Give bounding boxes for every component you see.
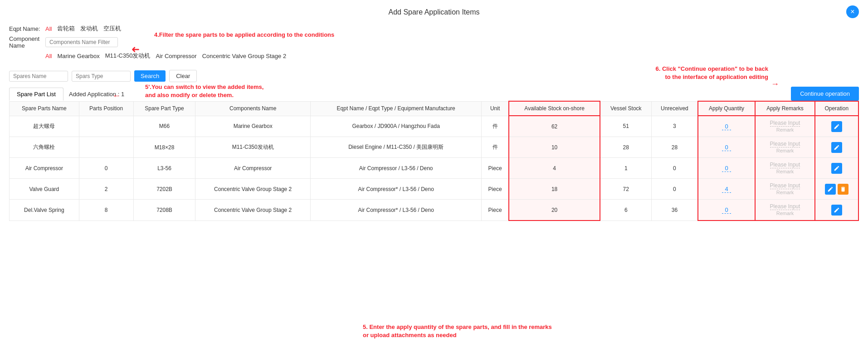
comp-tab-m11[interactable]: M11-C350发动机 <box>105 52 151 60</box>
please-input-text[interactable]: Please Input <box>770 141 800 147</box>
remark-label: Remark <box>776 169 794 174</box>
remark-label: Remark <box>776 148 794 153</box>
cell-unreceived: 36 <box>652 200 698 221</box>
table-row: 六角螺栓M18×28M11-C350发动机Diesel Engine / M11… <box>10 137 859 158</box>
remark-label: Remark <box>776 127 794 132</box>
table-body: 超大螺母M66Marine GearboxGearbox / JD900A / … <box>10 116 859 221</box>
col-eqpt-info: Eqpt Name / Eqpt Type / Equipment Manufa… <box>310 101 481 116</box>
col-spare-part-type: Spare Part Type <box>133 101 195 116</box>
please-input-text[interactable]: Please Input <box>770 182 800 189</box>
cell-unit: Piece <box>482 200 509 221</box>
eqpt-tab-all[interactable]: All <box>45 25 52 32</box>
clear-button[interactable]: Clear <box>169 70 197 82</box>
cell-unit: 件 <box>482 116 509 137</box>
close-button[interactable]: × <box>846 5 859 18</box>
cell-spare-part-type: M18×28 <box>133 137 195 158</box>
col-apply-remarks: Apply Remarks <box>755 101 814 116</box>
cell-unreceived: 28 <box>652 137 698 158</box>
cell-spare-parts-name: 超大螺母 <box>10 116 79 137</box>
main-table-container: Spare Parts Name Parts Position Spare Pa… <box>0 101 868 221</box>
continue-operation-button[interactable]: Continue operation <box>791 87 859 101</box>
please-input-text[interactable]: Please Input <box>770 120 800 127</box>
table-row: Air Compressor0L3-56Air CompressorAir Co… <box>10 158 859 179</box>
cell-apply-remarks[interactable]: Please InputRemark <box>755 137 814 158</box>
col-unreceived: Unreceived <box>652 101 698 116</box>
filter-arrow: ➜ <box>132 44 140 55</box>
cell-parts-position <box>79 116 133 137</box>
spare-parts-table: Spare Parts Name Parts Position Spare Pa… <box>9 101 859 221</box>
cell-components-name: Air Compressor <box>195 158 311 179</box>
cell-available-stock: 4 <box>509 158 600 179</box>
cell-available-stock: 18 <box>509 179 600 200</box>
eqpt-tab-compressor[interactable]: 空压机 <box>103 25 121 33</box>
cell-apply-qty[interactable]: 0 <box>698 137 756 158</box>
spars-type-input[interactable] <box>72 71 131 82</box>
cell-spare-parts-name: 六角螺栓 <box>10 137 79 158</box>
cell-operation <box>815 179 858 200</box>
cell-eqpt-info: Air Compressor / L3-56 / Deno <box>310 158 481 179</box>
component-name-input[interactable] <box>45 37 118 47</box>
cell-apply-qty[interactable]: 0 <box>698 200 756 221</box>
col-unit: Unit <box>482 101 509 116</box>
quantity-annotation: 5. Enter the apply quantity of the spare… <box>363 323 552 339</box>
spares-name-input[interactable] <box>9 71 68 82</box>
please-input-text[interactable]: Please Input <box>770 203 800 210</box>
search-button[interactable]: Search <box>134 70 166 82</box>
comp-tab-air[interactable]: Air Compressor <box>156 53 196 59</box>
comp-tab-all[interactable]: All <box>45 53 52 59</box>
eqpt-filter-row: Eqpt Name: All 齿轮箱 发动机 空压机 <box>9 25 859 33</box>
cell-spare-part-type: 7202B <box>133 179 195 200</box>
eqpt-tab-gear[interactable]: 齿轮箱 <box>57 25 75 33</box>
cell-vessel-stock: 1 <box>600 158 651 179</box>
cell-vessel-stock: 6 <box>600 200 651 221</box>
edit-button[interactable] <box>831 142 842 153</box>
filter-annotation: 4.Filter the spare parts to be applied a… <box>154 31 334 39</box>
col-components-name: Components Name <box>195 101 311 116</box>
cell-eqpt-info: Diesel Engine / M11-C350 / 美国康明斯 <box>310 137 481 158</box>
header-row: Spare Parts Name Parts Position Spare Pa… <box>10 101 859 116</box>
edit-button[interactable] <box>831 121 842 132</box>
col-apply-qty: Apply Quantity <box>698 101 756 116</box>
cell-apply-remarks[interactable]: Please InputRemark <box>755 200 814 221</box>
cell-apply-remarks[interactable]: Please InputRemark <box>755 158 814 179</box>
table-row: Valve Guard27202BConcentric Valve Group … <box>10 179 859 200</box>
cell-vessel-stock: 72 <box>600 179 651 200</box>
cell-eqpt-info: Gearbox / JD900A / Hangzhou Fada <box>310 116 481 137</box>
switch-arrow: ← <box>112 91 121 101</box>
cell-available-stock: 10 <box>509 137 600 158</box>
cell-apply-qty[interactable]: 0 <box>698 158 756 179</box>
comp-tab-concentric[interactable]: Concentric Valve Group Stage 2 <box>202 53 286 59</box>
edit-button[interactable] <box>831 163 842 174</box>
cell-apply-remarks[interactable]: Please InputRemark <box>755 116 814 137</box>
table-row: Del.Valve Spring87208BConcentric Valve G… <box>10 200 859 221</box>
continue-arrow: → <box>771 79 779 89</box>
cell-available-stock: 20 <box>509 200 600 221</box>
please-input-text[interactable]: Please Input <box>770 162 800 168</box>
cell-operation <box>815 137 858 158</box>
cell-apply-qty[interactable]: 4 <box>698 179 756 200</box>
spare-part-list-tab[interactable]: Spare Part List <box>9 88 63 101</box>
cell-spare-part-type: 7208B <box>133 200 195 221</box>
cell-eqpt-info: Air Compressor* / L3-56 / Deno <box>310 179 481 200</box>
col-spare-parts-name: Spare Parts Name <box>10 101 79 116</box>
remark-label: Remark <box>776 190 794 195</box>
cell-apply-qty[interactable]: 0 <box>698 116 756 137</box>
tabs-row: Spare Part List Added Application : 1 5'… <box>0 88 868 101</box>
cell-operation <box>815 200 858 221</box>
edit-button[interactable] <box>825 184 836 195</box>
eqpt-tabs: All 齿轮箱 发动机 空压机 <box>45 25 121 33</box>
cell-eqpt-info: Air Compressor* / L3-56 / Deno <box>310 200 481 221</box>
delete-button[interactable] <box>838 184 848 195</box>
col-available-stock: Available Stock on-shore <box>509 101 600 116</box>
eqpt-label: Eqpt Name: <box>9 25 45 32</box>
cell-unreceived: 0 <box>652 158 698 179</box>
cell-components-name: Concentric Valve Group Stage 2 <box>195 200 311 221</box>
cell-spare-part-type: L3-56 <box>133 158 195 179</box>
cell-operation <box>815 116 858 137</box>
eqpt-tab-engine[interactable]: 发动机 <box>80 25 98 33</box>
page-title: Add Spare Application Items <box>0 0 868 21</box>
edit-button[interactable] <box>831 205 842 216</box>
comp-tab-marine[interactable]: Marine Gearbox <box>57 53 99 59</box>
cell-apply-remarks[interactable]: Please InputRemark <box>755 179 814 200</box>
col-vessel-stock: Vessel Stock <box>600 101 651 116</box>
